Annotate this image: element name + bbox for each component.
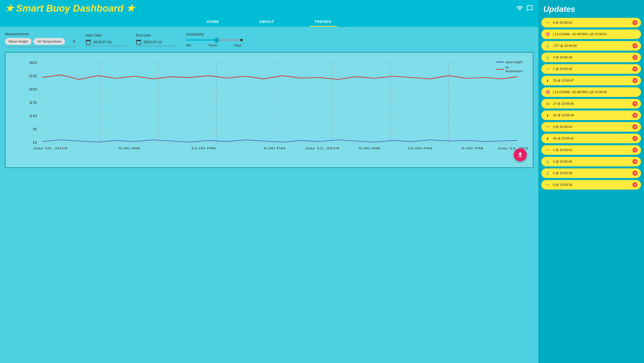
- update-item-3: 🔋 -277 @ 23:56:50 ✕: [541, 41, 641, 51]
- close-button-4[interactable]: ✕: [632, 55, 637, 60]
- granularity-slider-container: Min Hours Days: [186, 37, 242, 47]
- end-date-value: 2019-07-12: [143, 40, 162, 44]
- svg-text:30: 30: [29, 61, 37, 65]
- download-button[interactable]: [514, 148, 527, 161]
- start-date-field[interactable]: 2019-07-10: [86, 39, 126, 46]
- wave-icon-1: 〰: [545, 20, 550, 25]
- svg-text:20: 20: [29, 87, 37, 91]
- update-item-1: 〰 0 @ 23:56:52 ✕: [541, 18, 641, 27]
- legend-wave-height-line: [496, 62, 504, 62]
- location-icon-7: 🎯: [545, 89, 550, 95]
- update-item-9: 🌡 25 @ 23:56:44 ✕: [541, 111, 641, 120]
- svg-text:July 11, 2019: July 11, 2019: [305, 147, 339, 150]
- chart-legend: wave height airtemperature: [496, 60, 523, 73]
- legend-air-temp-label: airtemperature: [505, 65, 523, 73]
- wifi-icon[interactable]: [516, 5, 523, 12]
- nav-bar: HOME ABOUT TRENDS: [0, 16, 538, 27]
- close-button-5[interactable]: ✕: [632, 66, 637, 71]
- calendar-icon-start: [86, 39, 91, 45]
- end-date-field[interactable]: 2019-07-12: [136, 39, 176, 46]
- svg-text:15: 15: [29, 100, 37, 105]
- legend-wave-height-label: wave height: [505, 60, 522, 64]
- svg-text:0: 0: [33, 140, 37, 144]
- update-text-11: 26 @ 23:56:42: [553, 137, 630, 140]
- updates-list: 〰 0 @ 23:56:52 ✕ 🎯 [ 12.015089, -61.6979…: [538, 16, 644, 363]
- nav-trends[interactable]: TRENDS: [309, 16, 337, 27]
- close-button-3[interactable]: ✕: [632, 43, 637, 48]
- granularity-hours-label: Hours: [209, 43, 217, 47]
- sidebar-title: Updates: [538, 0, 644, 16]
- update-item-8: 🌬 27 @ 23:56:45 ✕: [541, 99, 641, 108]
- wave-icon-10: 〰: [545, 124, 550, 130]
- granularity-days-label: Days: [234, 43, 242, 47]
- content-area: Measurements Wave Height Air Temperature…: [0, 27, 538, 363]
- granularity-min-label: Min: [186, 43, 191, 47]
- end-date-group: End Date 2019-07-12: [136, 33, 176, 46]
- svg-text:6:00 AM: 6:00 AM: [119, 147, 140, 150]
- update-item-12: 〰 1 @ 23:56:41 ✕: [541, 145, 641, 155]
- nav-about[interactable]: ABOUT: [254, 16, 279, 27]
- message-icon[interactable]: [526, 5, 533, 12]
- update-item-10: 〰 3 @ 23:56:43 ✕: [541, 122, 641, 132]
- update-text-14: 2 @ 23:56:39: [553, 171, 630, 175]
- wave-icon-5: 〰: [545, 66, 550, 72]
- svg-text:12:00 PM: 12:00 PM: [407, 147, 432, 150]
- legend-air-temp-line: [496, 69, 504, 70]
- temp-icon-9: 🌡: [545, 113, 550, 118]
- start-date-label: Start Date: [86, 33, 126, 37]
- chip-air-temperature[interactable]: Air Temperature: [33, 38, 65, 45]
- battery-icon-4: 🔋: [545, 55, 550, 60]
- svg-text:6:00 PM: 6:00 PM: [264, 147, 285, 150]
- wind-icon-8: 🌬: [545, 101, 550, 106]
- slider-end-dot: [240, 39, 243, 41]
- update-item-15: 〰 0 @ 23:56:38 ✕: [541, 180, 641, 190]
- header: ★ Smart Buoy Dashboard ★: [0, 0, 538, 16]
- nav-home[interactable]: HOME: [202, 16, 224, 27]
- granularity-slider-track[interactable]: [186, 39, 242, 41]
- measurements-group: Measurements Wave Height Air Temperature…: [5, 32, 75, 47]
- star-right-icon: ★: [126, 3, 135, 14]
- update-item-11: 🌡 26 @ 23:56:42 ✕: [541, 134, 641, 143]
- battery-icon-14: 🔋: [545, 170, 550, 176]
- close-button-8[interactable]: ✕: [632, 101, 637, 106]
- controls-row: Measurements Wave Height Air Temperature…: [5, 32, 533, 47]
- app-title: ★ Smart Buoy Dashboard ★: [5, 3, 135, 14]
- measurements-dropdown-arrow[interactable]: ▾: [73, 39, 75, 44]
- update-text-2: [ 12.015089, -61.697963 ] @ 23:56:51: [553, 32, 637, 36]
- update-text-6: 25 @ 23:56:47: [553, 79, 630, 82]
- close-button-12[interactable]: ✕: [632, 148, 637, 153]
- chart-container: 0 5 10 15 20 25 30 July 10, 2019 6:00 AM…: [5, 52, 533, 168]
- chip-wave-height[interactable]: Wave Height: [5, 38, 31, 45]
- update-text-9: 25 @ 23:56:44: [553, 114, 630, 117]
- update-text-15: 0 @ 23:56:38: [553, 183, 630, 187]
- close-button-13[interactable]: ✕: [632, 159, 637, 164]
- slider-thumb[interactable]: [214, 38, 219, 42]
- update-item-6: 🌡 25 @ 23:56:47 ✕: [541, 76, 641, 85]
- svg-text:5: 5: [33, 127, 37, 131]
- close-button-6[interactable]: ✕: [632, 78, 637, 83]
- close-button-1[interactable]: ✕: [632, 20, 637, 25]
- measurements-chips: Wave Height Air Temperature ▾: [5, 38, 75, 47]
- close-button-14[interactable]: ✕: [632, 171, 637, 176]
- slider-fill: [186, 39, 217, 41]
- update-text-3: -277 @ 23:56:50: [553, 44, 630, 48]
- update-text-7: [ 12.015089, -61.697963 ] @ 23:56:46: [553, 90, 637, 94]
- granularity-group: Granularity Min Hours Days: [186, 32, 242, 47]
- update-item-5: 〰 1 @ 23:56:48 ✕: [541, 64, 641, 74]
- legend-air-temperature: airtemperature: [496, 65, 523, 73]
- update-item-13: 🔋 3 @ 23:56:40 ✕: [541, 157, 641, 166]
- close-button-15[interactable]: ✕: [632, 182, 637, 187]
- update-text-5: 1 @ 23:56:48: [553, 67, 630, 71]
- close-button-9[interactable]: ✕: [632, 113, 637, 118]
- close-button-10[interactable]: ✕: [632, 124, 637, 129]
- svg-text:6:00 AM: 6:00 AM: [359, 147, 380, 150]
- update-item-4: 🔋 3 @ 23:56:49 ✕: [541, 53, 641, 62]
- close-button-11[interactable]: ✕: [632, 136, 637, 141]
- temp-icon-6: 🌡: [545, 78, 550, 83]
- update-text-12: 1 @ 23:56:41: [553, 148, 630, 152]
- update-text-8: 27 @ 23:56:45: [553, 102, 630, 105]
- legend-wave-height: wave height: [496, 60, 523, 64]
- svg-text:6:00 PM: 6:00 PM: [462, 147, 483, 150]
- granularity-label: Granularity: [186, 32, 242, 36]
- slider-labels: Min Hours Days: [186, 43, 242, 47]
